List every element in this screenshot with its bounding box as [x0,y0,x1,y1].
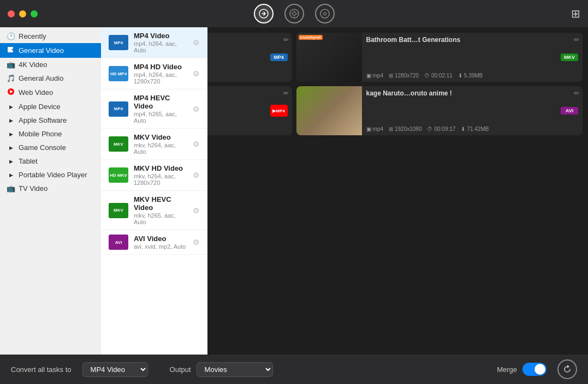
sidebar-item-recently[interactable]: 🕐Recently [0,29,101,43]
mp4-hd-name: MP4 HD Video [134,63,187,71]
4k-video-label: 4K Video [19,61,47,69]
general-audio-icon: 🎵 [7,74,15,82]
sidebar-item-general-video[interactable]: General Video [0,43,101,58]
general-audio-label: General Audio [19,74,63,82]
general-video-icon [7,46,15,55]
right-panel: MP4MP4 Videomp4, h264, aac, Auto⚙HD MP4M… [101,27,207,355]
format-item-mp4-video[interactable]: MP4MP4 Videomp4, h264, aac, Auto⚙ [101,27,207,58]
main-area: A Step Forwar…an MMO Junkie ▣mp4 ⊞1280x7… [0,27,588,355]
mkv-video-gear-icon[interactable]: ⚙ [193,140,200,148]
arrow-icon: ▶ [7,172,15,178]
convert-tab-icon[interactable] [254,4,274,23]
video-meta-2: ▣mp4 ⊞1280x720 ⏱00:02:11 ⬇5.39MB [366,73,579,79]
mkv-hevc-details: MKV HEVC Videomkv, h265, aac, Auto [134,195,187,225]
tablet-label: Tablet [19,157,38,165]
apple-software-label: Apple Software [19,116,67,124]
sidebar-item-game-console[interactable]: ▶Game Console [0,141,101,154]
video-card-4[interactable]: kage Naruto…oruto anime ! ▣mp4 ⊞1920x108… [296,86,583,135]
left-panel: 🕐RecentlyGeneral Video📺4K Video🎵General … [0,27,101,355]
edit-icon-2[interactable]: ✏ [574,36,579,44]
close-button[interactable] [8,10,15,17]
video-format-4: ▣mp4 [366,126,383,132]
video-resolution-4: ⊞1920x1080 [389,126,422,132]
format-badge-1: MP4 [270,53,288,61]
minimize-button[interactable] [19,10,26,17]
mp4-hd-specs: mp4, h264, aac, 1280x720 [134,71,187,85]
merge-toggle[interactable] [522,363,547,376]
sidebar-item-mobile-phone[interactable]: ▶Mobile Phone [0,127,101,141]
window-controls [8,10,38,17]
arrow-icon: ▶ [7,104,15,110]
output-label: Output [170,365,191,374]
format-item-mp4-hd[interactable]: HD MP4MP4 HD Videomp4, h264, aac, 1280x7… [101,58,207,89]
video-format-2: ▣mp4 [366,73,383,79]
sidebar-item-apple-software[interactable]: ▶Apple Software [0,113,101,127]
mkv-hevc-gear-icon[interactable]: ⚙ [193,206,200,215]
mp4-hevc-specs: mp4, h265, aac, Auto [134,111,187,124]
settings-tab-icon[interactable] [284,4,304,23]
arrow-icon: ▶ [7,159,15,164]
avi-video-gear-icon[interactable]: ⚙ [193,238,200,247]
game-console-label: Game Console [19,143,66,152]
crunchyroll-badge: crunchyroll [299,35,323,40]
video-title-4: kage Naruto…oruto anime ! [366,89,579,97]
video-resolution-2: ⊞1280x720 [389,73,419,79]
refresh-button[interactable] [557,359,577,379]
sidebar-item-portable-video[interactable]: ▶Portable Video Player [0,168,101,182]
apple-device-label: Apple Device [19,103,61,111]
output-folder-select[interactable]: Movies [197,362,273,377]
sidebar-item-general-audio[interactable]: 🎵General Audio [0,71,101,85]
video-info-2: Bathroom Batt…t Generations ▣mp4 ⊞1280x7… [362,33,583,82]
mp4-hd-gear-icon[interactable]: ⚙ [193,69,200,78]
edit-icon-4[interactable]: ✏ [574,89,579,97]
web-video-icon [7,88,15,97]
video-meta-4: ▣mp4 ⊞1920x1080 ⏱00:09:17 ⬇71.42MB [366,126,579,132]
mkv-hd-specs: mkv, h264, aac, 1280x720 [134,173,187,186]
video-duration-4: ⏱00:09:17 [427,126,455,132]
video-thumb-4 [296,86,362,135]
mkv-hevc-icon: MKV [109,203,128,218]
mkv-video-name: MKV Video [134,133,187,141]
format-item-avi-video[interactable]: AVIAVI Videoavi, xvid, mp2, Auto⚙ [101,230,207,255]
mkv-hevc-specs: mkv, h265, aac, Auto [134,212,187,225]
format-item-mkv-hevc[interactable]: MKVMKV HEVC Videomkv, h265, aac, Auto⚙ [101,191,207,230]
titlebar-nav [254,4,335,23]
mobile-phone-label: Mobile Phone [19,130,62,138]
output-section: Output Movies [170,362,273,377]
arrow-icon: ▶ [7,118,15,123]
sidebar-item-apple-device[interactable]: ▶Apple Device [0,100,101,113]
sidebar-item-tablet[interactable]: ▶Tablet [0,154,101,168]
titlebar: ⊞ [0,0,588,27]
tv-video-label: TV Video [19,184,47,193]
format-select[interactable]: MP4 Video [82,362,148,377]
disc-tab-icon[interactable] [315,4,335,23]
format-item-mkv-video[interactable]: MKVMKV Videomkv, h264, aac, Auto⚙ [101,129,207,160]
general-video-label: General Video [19,46,64,55]
format-badge-2: MKV [561,53,578,61]
mp4-video-gear-icon[interactable]: ⚙ [193,38,200,47]
mkv-hevc-name: MKV HEVC Video [134,195,187,212]
edit-icon-1[interactable]: ✏ [283,36,289,44]
merge-section: Merge [497,359,577,379]
edit-icon-3[interactable]: ✏ [283,89,289,97]
grid-view-icon[interactable]: ⊞ [571,7,580,20]
video-duration-2: ⏱00:02:11 [424,73,453,79]
tv-video-icon: 📺 [7,184,15,193]
4k-video-icon: 📺 [7,61,15,69]
mkv-video-specs: mkv, h264, aac, Auto [134,142,187,155]
sidebar-item-web-video[interactable]: Web Video [0,85,101,100]
mp4-hevc-icon: MP4 [109,101,128,117]
maximize-button[interactable] [31,10,38,17]
format-item-mkv-hd[interactable]: HD MKVMKV HD Videomkv, h264, aac, 1280x7… [101,160,207,191]
mkv-hd-gear-icon[interactable]: ⚙ [193,171,200,179]
sidebar-item-4k-video[interactable]: 📺4K Video [0,58,101,71]
format-item-mp4-hevc[interactable]: MP4MP4 HEVC Videomp4, h265, aac, Auto⚙ [101,89,207,129]
mkv-video-icon: MKV [109,136,128,152]
mp4-video-name: MP4 Video [134,32,187,40]
mp4-hevc-details: MP4 HEVC Videomp4, h265, aac, Auto [134,94,187,124]
mp4-hevc-gear-icon[interactable]: ⚙ [193,105,200,113]
svg-point-2 [293,12,296,15]
sidebar-item-tv-video[interactable]: 📺TV Video [0,182,101,195]
video-card-2[interactable]: crunchyroll Bathroom Batt…t Generations … [296,33,583,82]
format-badge-4: AVI [561,107,578,115]
